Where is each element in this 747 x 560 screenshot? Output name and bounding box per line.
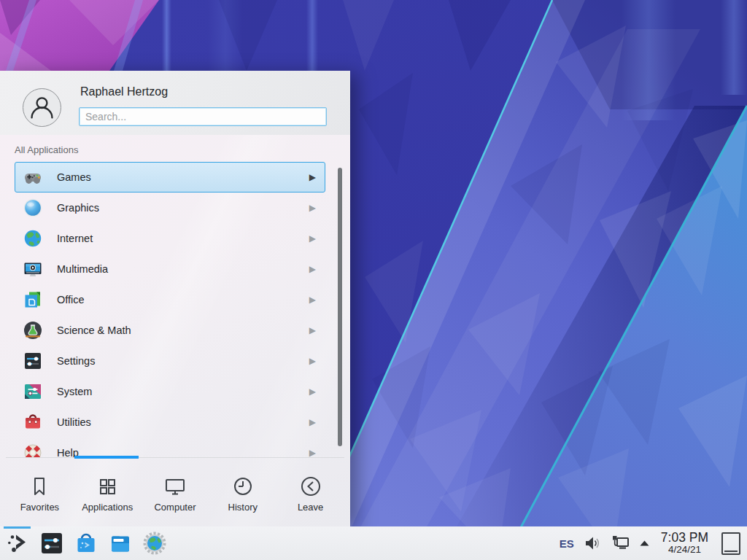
discover-icon: [74, 531, 98, 556]
system-tray: ES 7:03 PM: [560, 531, 740, 555]
tab-computer[interactable]: Computer: [142, 458, 209, 526]
computer-icon: [163, 474, 187, 499]
chevron-right-icon: ▶: [309, 326, 316, 335]
system-settings-icon: [39, 531, 64, 556]
multimedia-icon: [23, 259, 43, 279]
user-avatar[interactable]: [23, 88, 61, 127]
scrollbar[interactable]: [338, 168, 342, 446]
category-graphics[interactable]: Graphics ▶: [15, 192, 325, 223]
sphere-icon: [23, 198, 43, 218]
tab-label: Leave: [298, 502, 323, 513]
section-label: All Applications: [15, 144, 78, 155]
keyboard-layout-indicator[interactable]: ES: [560, 537, 574, 550]
tab-applications[interactable]: Applications: [74, 458, 142, 526]
volume-icon[interactable]: [584, 534, 601, 552]
taskbar: ES 7:03 PM: [0, 526, 747, 560]
app-grid-icon: [95, 474, 120, 499]
category-multimedia[interactable]: Multimedia ▶: [15, 254, 325, 284]
tab-history[interactable]: History: [209, 458, 276, 526]
digital-clock[interactable]: 7:03 PM 4/24/21: [659, 531, 710, 555]
user-avatar-icon: [23, 89, 61, 126]
tab-label: Favorites: [20, 502, 59, 513]
lifebuoy-icon: [23, 443, 43, 457]
category-list: Games ▶: [0, 162, 350, 457]
category-system[interactable]: System ▶: [15, 376, 325, 407]
category-utilities[interactable]: Utilities ▶: [15, 407, 325, 438]
globe-icon: [23, 228, 43, 249]
chevron-right-icon: ▶: [309, 173, 316, 182]
user-name: Raphael Hertzog: [80, 85, 168, 98]
category-label: Utilities: [57, 416, 91, 428]
system-settings-button[interactable]: [39, 531, 64, 556]
desktop: Raphael Hertzog All Applications: [0, 0, 747, 560]
discover-button[interactable]: [74, 531, 98, 556]
globe-gear-icon: [142, 531, 167, 556]
category-science-math[interactable]: Science & Math ▶: [15, 315, 325, 346]
clock-time: 7:03 PM: [661, 531, 708, 545]
expand-tray-icon[interactable]: [639, 540, 650, 547]
clock-date: 4/24/21: [661, 545, 708, 556]
system-icon: [23, 381, 43, 402]
gamepad-icon: [23, 167, 43, 187]
show-desktop-button[interactable]: [721, 532, 740, 555]
category-label: Science & Math: [57, 324, 131, 336]
folder-icon: [108, 531, 133, 556]
search-input[interactable]: [79, 107, 327, 126]
launcher-header: Raphael Hertzog: [0, 71, 350, 135]
chevron-right-icon: ▶: [309, 203, 316, 212]
tab-label: Computer: [154, 502, 196, 513]
kickoff-launcher-button[interactable]: [5, 531, 30, 556]
history-clock-icon: [231, 474, 255, 499]
konqueror-browser-button[interactable]: [142, 531, 167, 556]
category-label: Internet: [57, 233, 93, 244]
active-tab-indicator: [74, 456, 139, 459]
network-wired-icon[interactable]: [611, 534, 630, 552]
category-label: Games: [57, 171, 91, 183]
chevron-right-icon: ▶: [309, 295, 316, 304]
chevron-right-icon: ▶: [309, 357, 316, 365]
chevron-right-icon: ▶: [309, 234, 316, 243]
sliders-icon: [23, 351, 43, 371]
category-label: Office: [57, 294, 85, 306]
category-internet[interactable]: Internet ▶: [15, 223, 325, 254]
chevron-right-icon: ▶: [309, 265, 316, 273]
chevron-right-icon: ▶: [309, 387, 316, 396]
category-label: Settings: [57, 355, 95, 367]
category-help[interactable]: Help ▶: [15, 438, 325, 457]
category-office[interactable]: Office ▶: [15, 284, 325, 315]
leave-icon: [298, 474, 323, 499]
category-games[interactable]: Games ▶: [15, 162, 325, 192]
tab-favorites[interactable]: Favorites: [6, 458, 74, 526]
bookmark-icon: [27, 474, 52, 499]
toolbox-icon: [23, 412, 43, 432]
category-label: System: [57, 386, 92, 397]
kde-launcher-icon: [5, 531, 30, 556]
tab-label: Applications: [82, 502, 133, 513]
tab-leave[interactable]: Leave: [276, 458, 344, 526]
launcher-active-indicator: [4, 526, 31, 529]
tab-bar: Favorites Applications: [6, 457, 344, 526]
chevron-right-icon: ▶: [309, 448, 316, 457]
tab-label: History: [228, 502, 258, 513]
launcher-body: All Applications: [0, 135, 350, 526]
category-label: Multimedia: [57, 263, 108, 275]
category-label: Graphics: [57, 202, 99, 214]
office-icon: [23, 289, 43, 310]
category-settings[interactable]: Settings ▶: [15, 346, 325, 376]
flask-icon: [23, 320, 43, 341]
dolphin-file-manager-button[interactable]: [108, 531, 133, 556]
application-launcher-popup: Raphael Hertzog All Applications: [0, 71, 350, 526]
chevron-right-icon: ▶: [309, 418, 316, 427]
